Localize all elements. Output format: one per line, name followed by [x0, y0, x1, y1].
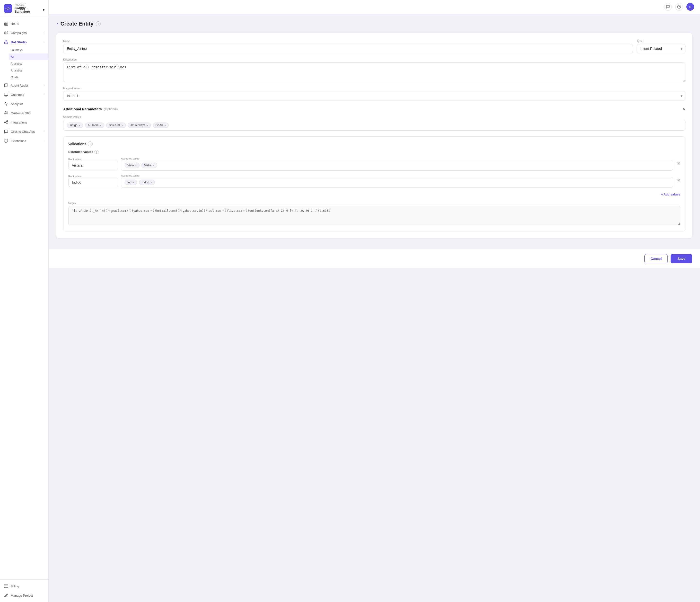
customer-icon — [4, 111, 8, 115]
sidebar-item-home[interactable]: Home — [0, 19, 48, 28]
user-avatar[interactable]: S — [686, 3, 694, 11]
sidebar-item-customer360[interactable]: Customer 360 — [0, 109, 48, 118]
chat-bubble-button[interactable] — [664, 3, 672, 11]
sidebar-item-label: Channels — [11, 93, 24, 97]
validations-title: Validations i — [68, 142, 680, 146]
sidebar-item-integrations[interactable]: Integrations — [0, 118, 48, 127]
sidebar-item-journeys[interactable]: Journeys — [11, 47, 48, 53]
tag-indgo: Indgo × — [139, 180, 155, 185]
delete-row-1-button[interactable] — [676, 161, 680, 167]
sidebar-item-extensions[interactable]: Extensions › — [0, 136, 48, 145]
tag-ind-close[interactable]: × — [133, 181, 135, 184]
validations-info-icon[interactable]: i — [88, 142, 93, 146]
project-name[interactable]: Swiggy - Bangalore ▾ — [15, 6, 45, 14]
collapse-icon[interactable]: ∧ — [682, 106, 685, 112]
extended-values-title: Extended values i — [68, 150, 680, 154]
root-value-label-2: Root value — [68, 175, 118, 178]
root-value-input-1[interactable] — [68, 161, 118, 170]
name-group: Name — [63, 40, 633, 53]
tag-indgo-close[interactable]: × — [150, 181, 152, 184]
sample-values-group: Sample Values Indigo × Air India × Spice… — [63, 116, 685, 130]
delete-row-2-button[interactable] — [676, 178, 680, 184]
sidebar-item-campaigns[interactable]: Campaigns › — [0, 28, 48, 38]
sidebar-item-manage-project[interactable]: Manage Project — [0, 591, 48, 600]
regex-label: Regex — [68, 201, 680, 204]
sidebar-item-agent-assist[interactable]: Agent Assist › — [0, 81, 48, 90]
sidebar-item-guide[interactable]: Guide — [11, 74, 48, 81]
extended-values-info-icon[interactable]: i — [95, 150, 98, 154]
tag-goair-close[interactable]: × — [164, 124, 166, 127]
type-select[interactable]: Intent-Related Generic Custom — [637, 44, 685, 53]
sidebar-item-channels[interactable]: Channels › — [0, 90, 48, 99]
extended-value-row-1: Root value Accepted value Vista × Vistra — [68, 157, 680, 171]
name-type-row: Name Type Intent-Related Generic Custom — [63, 40, 685, 53]
accepted-values-input-1[interactable]: Vista × Vistra × — [121, 160, 673, 171]
help-button[interactable] — [675, 3, 683, 11]
back-button[interactable]: ‹ — [56, 21, 58, 26]
tag-air-india-close[interactable]: × — [100, 124, 102, 127]
sidebar-item-ai[interactable]: AI — [9, 53, 48, 60]
sidebar-item-label: Agent Assist — [11, 83, 28, 87]
chevron-right-icon: › — [44, 31, 45, 34]
billing-icon — [4, 584, 8, 588]
type-select-wrap: Intent-Related Generic Custom — [637, 44, 685, 53]
home-icon — [4, 21, 8, 26]
sidebar-item-label: Bot Studio — [11, 40, 27, 44]
save-button[interactable]: Save — [671, 254, 692, 263]
chevron-right-icon: › — [44, 84, 45, 87]
sidebar-item-bot-studio[interactable]: Bot Studio › — [0, 38, 48, 47]
bot-icon — [4, 40, 8, 44]
name-input[interactable] — [63, 44, 633, 53]
chevron-right-icon: › — [44, 41, 45, 44]
extended-value-row-2: Root value Accepted value Ind × Indgo — [68, 174, 680, 188]
tag-vistra-close[interactable]: × — [153, 164, 155, 167]
accepted-values-input-2[interactable]: Ind × Indgo × — [121, 177, 673, 188]
tag-spicejet-close[interactable]: × — [121, 124, 123, 127]
sidebar-item-label: Analytics — [11, 102, 23, 106]
root-value-label-1: Root value — [68, 158, 118, 161]
tag-indigo-close[interactable]: × — [79, 124, 81, 127]
additional-params-section: Additional Parameters (Optional) ∧ Sampl… — [63, 106, 685, 130]
regex-input[interactable]: ^[a-zA-Z0-9._%+-]+@(?!gmail.com)(?!yahoo… — [68, 206, 680, 225]
main-content: S ‹ Create Entity i Name Type Intent-Re — [49, 0, 700, 602]
sample-values-label: Sample Values — [63, 116, 685, 118]
trash-icon — [676, 178, 680, 183]
description-input[interactable]: List of all domestic airlines — [63, 63, 685, 82]
main-form-card: Name Type Intent-Related Generic Custom — [56, 33, 692, 238]
page-info-icon[interactable]: i — [96, 21, 101, 26]
sidebar-item-label: Click to Chat Ads — [11, 130, 35, 134]
project-label: PROJECT — [15, 3, 45, 6]
manage-icon — [4, 593, 8, 598]
svg-line-13 — [5, 123, 6, 123]
accepted-value-label-2: Accepted value — [121, 174, 673, 177]
sidebar-item-click-to-chat[interactable]: Click to Chat Ads › — [0, 127, 48, 136]
sidebar-item-label: Billing — [11, 584, 19, 588]
sample-values-input[interactable]: Indigo × Air India × SpiceJet × Jet Ai — [63, 120, 685, 130]
tag-vista-close[interactable]: × — [135, 164, 137, 167]
description-label: Description — [63, 58, 685, 61]
extensions-icon — [4, 139, 8, 143]
mapped-intent-select[interactable]: Intent 1 Intent 2 Intent 3 — [63, 91, 685, 100]
sidebar-item-analytics[interactable]: Analytics — [0, 99, 48, 109]
tag-jet-airways-close[interactable]: × — [146, 124, 148, 127]
type-label: Type — [637, 40, 685, 43]
type-group: Type Intent-Related Generic Custom — [637, 40, 685, 53]
chevron-right-icon: › — [44, 93, 45, 96]
topbar: S — [49, 0, 700, 14]
svg-rect-6 — [4, 93, 8, 96]
additional-params-header[interactable]: Additional Parameters (Optional) ∧ — [63, 106, 685, 112]
validations-section: Validations i Extended values i Root val… — [63, 137, 685, 232]
sidebar-item-label: Campaigns — [11, 31, 27, 35]
optional-label: (Optional) — [104, 107, 118, 111]
svg-point-9 — [5, 111, 6, 113]
additional-params-title: Additional Parameters (Optional) — [63, 107, 118, 111]
cancel-button[interactable]: Cancel — [644, 254, 668, 263]
sidebar: </> PROJECT Swiggy - Bangalore ▾ Home Ca… — [0, 0, 49, 602]
root-value-input-2[interactable] — [68, 178, 118, 187]
sidebar-item-analytics-2[interactable]: Analytics — [11, 67, 48, 74]
tag-vista: Vista × — [125, 163, 140, 168]
sidebar-item-analytics-1[interactable]: Analytics — [11, 60, 48, 67]
svg-rect-1 — [4, 42, 8, 44]
sidebar-item-billing[interactable]: Billing — [0, 582, 48, 591]
add-values-button[interactable]: + Add values — [661, 191, 680, 198]
